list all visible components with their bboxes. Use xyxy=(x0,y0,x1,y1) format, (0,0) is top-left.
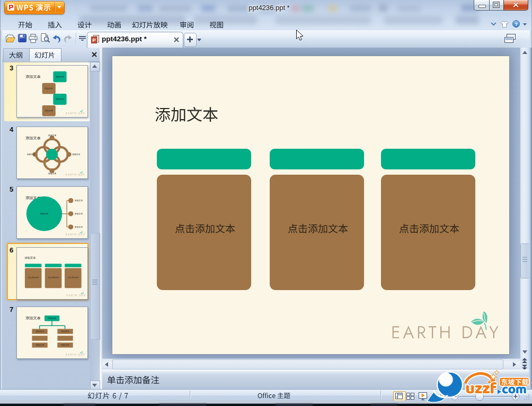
svg-text:P: P xyxy=(92,38,95,43)
svg-text:?: ? xyxy=(515,22,518,27)
